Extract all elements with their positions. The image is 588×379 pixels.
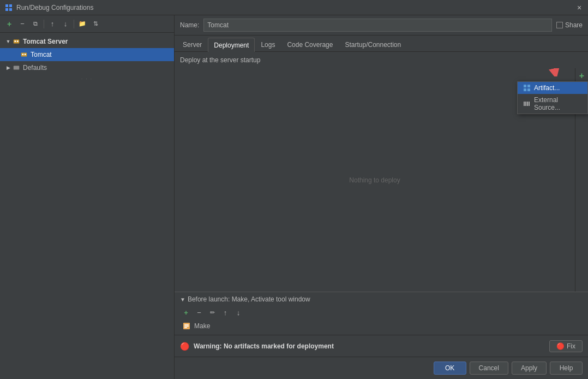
svg-rect-16 [525,102,526,106]
before-launch-header: ▼ Before launch: Make, Activate tool win… [180,295,583,303]
warning-icon: 🔴 [180,342,189,351]
tab-deployment[interactable]: Deployment [208,38,255,52]
before-launch-add-btn[interactable]: + [180,306,192,318]
copy-config-button[interactable]: ⧉ [29,18,41,30]
tab-logs[interactable]: Logs [255,37,281,51]
tomcat-server-icon [12,37,21,46]
apply-button[interactable]: Apply [512,362,547,375]
sort-button[interactable]: ⇅ [89,18,101,30]
warning-text: Warning: No artifacts marked for deploym… [194,342,545,350]
fix-button[interactable]: 🔴 Fix [549,340,583,352]
svg-rect-20 [184,324,189,325]
before-launch-edit-btn[interactable]: ✏ [206,306,218,318]
dropdown-item-artifact[interactable]: Artifact... [518,82,587,94]
tab-content: Deploy at the server startup Nothing to … [175,52,588,335]
bottom-bar: 🔴 Warning: No artifacts marked for deplo… [175,335,588,357]
toolbar-sep-2 [74,20,74,28]
close-button[interactable]: × [575,3,584,12]
expand-arrow: ▼ [4,38,12,45]
empty-state-text: Nothing to deploy [349,176,400,184]
window-title: Run/Debug Configurations [16,4,93,11]
deploy-header: Deploy at the server startup [175,52,588,68]
app-icon [4,3,13,12]
tab-code-coverage[interactable]: Code Coverage [281,37,339,51]
dialog-buttons: OK Cancel Apply Help [175,357,588,379]
main-container: + − ⧉ ↑ ↓ 📁 ⇅ [0,15,588,379]
move-up-button[interactable]: ↑ [46,18,58,30]
share-checkbox[interactable] [556,22,563,28]
svg-rect-17 [527,102,528,106]
cancel-button[interactable]: Cancel [470,362,508,375]
folder-button[interactable]: 📁 [76,18,88,30]
make-icon [182,322,191,330]
move-down-button[interactable]: ↓ [59,18,71,30]
before-launch-item-make: Make [180,321,583,331]
svg-rect-1 [9,4,12,7]
svg-rect-21 [184,326,189,327]
before-launch-down-btn[interactable]: ↓ [232,306,244,318]
deploy-list-area: Nothing to deploy [175,68,575,292]
tree-item-defaults[interactable]: ▶ Defaults [0,61,174,74]
svg-rect-11 [524,85,526,87]
tree-item-tomcat-server[interactable]: ▼ Tomcat Server [0,35,174,48]
svg-rect-6 [17,40,19,42]
svg-rect-9 [25,54,26,55]
dropdown-item-external[interactable]: External Source... [518,94,587,114]
tab-startup-connection[interactable]: Startup/Connection [339,37,407,51]
share-label: Share [565,21,583,29]
svg-rect-14 [527,88,530,91]
name-row: Name: Share [175,15,588,35]
tab-server[interactable]: Server [177,37,208,51]
external-icon [523,100,531,108]
svg-rect-2 [5,8,8,11]
help-button[interactable]: Help [550,362,583,375]
tree-item-label: Tomcat Server [23,38,68,45]
name-input[interactable] [203,19,552,32]
expand-arrow-defaults: ▶ [4,64,12,72]
right-sidebar: + [575,68,588,292]
svg-rect-15 [524,102,525,106]
svg-rect-5 [15,40,16,42]
ok-button[interactable]: OK [434,362,466,375]
svg-rect-13 [524,88,526,91]
svg-rect-4 [14,40,20,44]
svg-rect-22 [184,327,187,328]
tomcat-icon [20,50,28,59]
share-checkbox-area: Share [556,21,583,29]
left-toolbar: + − ⧉ ↑ ↓ 📁 ⇅ [0,15,174,33]
svg-rect-10 [14,66,20,70]
config-tree: ▼ Tomcat Server ▶ [0,33,174,379]
add-config-button[interactable]: + [3,18,15,30]
artifact-icon [523,84,531,92]
collapse-arrow[interactable]: ▼ [180,297,185,303]
name-label: Name: [180,21,199,29]
tree-item-label: Tomcat [31,51,52,58]
svg-rect-18 [529,102,530,106]
svg-rect-0 [5,4,8,7]
expand-indicator: · · · [0,74,174,84]
svg-rect-3 [9,8,12,11]
add-artifact-button[interactable]: + [577,70,587,81]
svg-rect-12 [527,85,530,87]
content-area: + − ⧉ ↑ ↓ 📁 ⇅ [0,15,588,379]
right-panel: Name: Share Server Deployment Logs [175,15,588,379]
make-label: Make [194,322,210,330]
title-bar: Run/Debug Configurations × [0,0,588,15]
toolbar-sep-1 [44,20,44,28]
remove-config-button[interactable]: − [16,18,28,30]
defaults-icon [12,63,21,72]
svg-rect-7 [21,53,27,57]
left-panel: + − ⧉ ↑ ↓ 📁 ⇅ [0,15,175,379]
before-launch-toolbar: + − ✏ ↑ ↓ [180,306,583,318]
before-launch-section: ▼ Before launch: Make, Activate tool win… [175,292,588,335]
artifact-dropdown: Artifact... [517,81,588,114]
deploy-area-container: Nothing to deploy + [175,68,588,292]
svg-rect-8 [22,54,24,55]
before-launch-remove-btn[interactable]: − [193,306,205,318]
before-launch-title: Before launch: Make, Activate tool windo… [188,295,310,303]
before-launch-up-btn[interactable]: ↑ [219,306,231,318]
tabs-bar: Server Deployment Logs Code Coverage Sta… [175,35,588,52]
tree-defaults-label: Defaults [23,64,47,72]
tree-item-tomcat[interactable]: ▶ Tomcat [0,48,174,61]
